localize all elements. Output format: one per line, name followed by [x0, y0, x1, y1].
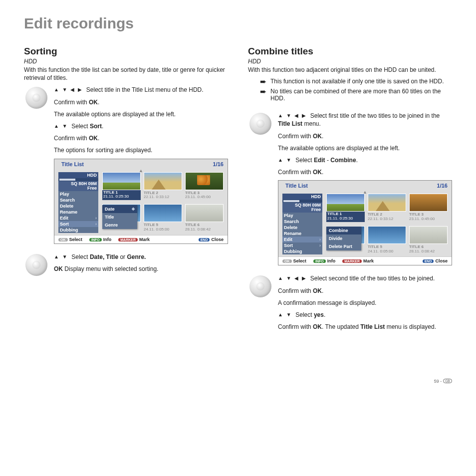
- osd-menu-item: Search: [58, 197, 98, 203]
- step-line: ▲ ▼ ◀ ▶ Select first title of the two ti…: [278, 112, 452, 128]
- subhead-hdd-left: HDD: [24, 58, 228, 65]
- subhead-hdd-right: HDD: [248, 58, 452, 65]
- osd-submenu-item-selected: Date◆: [102, 205, 137, 213]
- dpad-icon: [25, 87, 47, 109]
- step-line: ▲ ▼ ◀ ▶ Select second title of the two t…: [278, 274, 452, 282]
- osd-submenu-item: Divide: [326, 235, 361, 242]
- step-line: ▲ ▼ Select Sort.: [54, 122, 228, 130]
- osd-title-list-sort: Title List 1/16 ▲ HDD SQ 80H 09MFree Pla…: [54, 159, 228, 244]
- heading-combine: Combine titles: [248, 46, 452, 57]
- osd-menu-item: Search: [282, 219, 322, 225]
- ok-button-icon: OK: [58, 238, 68, 241]
- step-line: The available options are displayed at t…: [54, 110, 228, 118]
- osd-title: Title List: [61, 161, 84, 167]
- osd-footer: OKSelect INFOInfo MARKERMark ENDClose: [54, 235, 228, 243]
- page-title: Edit recordings: [24, 15, 452, 32]
- column-sorting: Sorting HDD With this function the title…: [24, 46, 228, 339]
- osd-free-bar: [58, 178, 98, 181]
- osd-menu-item: Rename: [58, 209, 98, 215]
- osd-menu-item: Play: [58, 191, 98, 197]
- osd-title: Title List: [285, 183, 308, 189]
- osd-menu-item: Sort›: [282, 242, 322, 248]
- step-line: Confirm with OK.: [278, 287, 452, 295]
- osd-free-bar: [282, 200, 322, 203]
- dpad-icon: [25, 254, 47, 276]
- dpad-icon: [249, 275, 271, 297]
- osd-page: 1/16: [213, 161, 224, 167]
- step-line: A confirmation message is displayed.: [278, 299, 452, 307]
- osd-menu-item: Rename: [282, 231, 322, 237]
- scroll-up-icon: ▲: [278, 190, 452, 194]
- page-footer: 59 - GB: [24, 379, 452, 384]
- marker-button-icon: MARKER: [342, 259, 362, 263]
- note-bullet: ➨No titles can be combined of there are …: [248, 88, 452, 102]
- step-line: Confirm with OK.: [54, 134, 228, 142]
- osd-title-list-combine: Title List 1/16 ▲ HDD SQ 80H 09MFree Pla…: [278, 180, 452, 265]
- step-line: ▲ ▼ ◀ ▶ Select title in the Title List m…: [54, 86, 228, 94]
- dpad-icon: [249, 113, 271, 135]
- osd-menu-item: Play: [282, 213, 322, 219]
- ok-button-icon: OK: [282, 259, 292, 263]
- info-button-icon: INFO: [89, 238, 102, 241]
- osd-submenu-item: Genre: [102, 221, 137, 229]
- step-line: OK Display menu with selected sorting.: [54, 265, 228, 273]
- intro-sorting: With this function the title list can be…: [24, 66, 228, 82]
- osd-submenu-item-selected: Combine: [326, 227, 361, 235]
- step-line: The options for sorting are displayed.: [54, 146, 228, 154]
- region-badge: GB: [443, 379, 452, 383]
- end-button-icon: END: [199, 238, 210, 241]
- osd-page: 1/16: [437, 183, 448, 189]
- marker-button-icon: MARKER: [118, 238, 138, 241]
- arrow-ud-icon: ▲ ▼: [54, 123, 68, 130]
- column-combine: Combine titles HDD With this function tw…: [248, 46, 452, 339]
- heading-sorting: Sorting: [24, 46, 228, 57]
- osd-menu-item-selected: Edit›: [282, 237, 322, 242]
- arrow-ud-icon: ▲ ▼: [278, 311, 292, 318]
- step-line: ▲ ▼ Select yes.: [278, 311, 452, 319]
- step-line: ▲ ▼ Select Date, Title or Genre.: [54, 253, 228, 261]
- osd-menu-item: Dubbing: [282, 248, 322, 254]
- osd-menu-item-selected: Sort›: [58, 221, 98, 227]
- step-line: Confirm with OK. The updated Title List …: [278, 323, 452, 331]
- bullet-arrow-icon: ➨: [260, 78, 266, 86]
- step-line: Confirm with OK.: [54, 98, 228, 106]
- step-line: ▲ ▼ Select Edit - Combine.: [278, 156, 452, 164]
- step-line: Confirm with OK.: [278, 168, 452, 176]
- osd-side-menu: HDD SQ 80H 09MFree Play Search Delete Re…: [58, 172, 98, 233]
- note-bullet: ➨This function is not available if only …: [248, 78, 452, 86]
- osd-side-menu: HDD SQ 80H 09MFree Play Search Delete Re…: [282, 194, 322, 254]
- osd-submenu-sort: Date◆ Title Genre: [102, 205, 137, 229]
- arrow-icons: ▲ ▼ ◀ ▶: [54, 86, 83, 93]
- osd-footer: OKSelect INFOInfo MARKERMark ENDClose: [278, 256, 452, 265]
- osd-submenu-item: Title: [102, 213, 137, 221]
- osd-hdd-badge: HDD: [58, 172, 98, 178]
- osd-menu-item: Delete: [282, 225, 322, 231]
- osd-menu-item: Dubbing: [58, 227, 98, 233]
- osd-submenu-edit: Combine Divide Delete Part: [326, 227, 361, 250]
- arrow-icons: ▲ ▼ ◀ ▶: [278, 275, 307, 282]
- osd-menu-item: Edit›: [58, 215, 98, 221]
- end-button-icon: END: [423, 259, 434, 263]
- osd-menu-item: Delete: [58, 203, 98, 209]
- arrow-ud-icon: ▲ ▼: [54, 253, 68, 260]
- osd-submenu-item: Delete Part: [326, 242, 361, 250]
- scroll-up-icon: ▲: [54, 168, 228, 172]
- intro-combine: With this function two adjacent original…: [248, 66, 452, 74]
- info-button-icon: INFO: [313, 259, 326, 263]
- arrow-ud-icon: ▲ ▼: [278, 157, 292, 164]
- arrow-icons: ▲ ▼ ◀ ▶: [278, 112, 307, 119]
- step-line: The available options are displayed at t…: [278, 144, 452, 152]
- step-line: Confirm with OK.: [278, 132, 452, 140]
- bullet-arrow-icon: ➨: [260, 88, 266, 96]
- osd-hdd-badge: HDD: [282, 194, 322, 200]
